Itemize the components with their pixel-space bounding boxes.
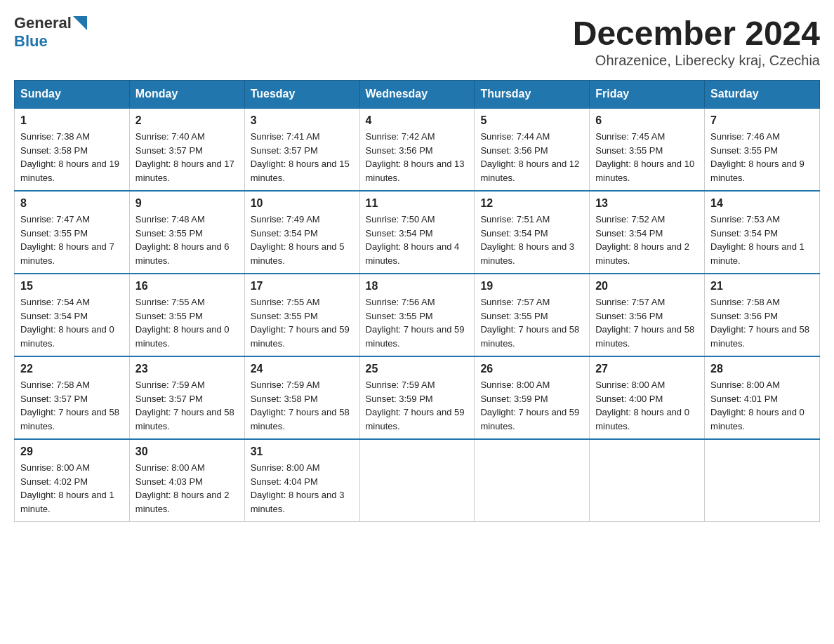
day-info: Sunrise: 7:57 AM Sunset: 3:56 PM Dayligh… [595, 297, 694, 349]
weekday-header-sunday: Sunday [15, 81, 130, 109]
day-number: 7 [710, 114, 814, 127]
weekday-header-wednesday: Wednesday [359, 81, 475, 109]
calendar-cell: 16 Sunrise: 7:55 AM Sunset: 3:55 PM Dayl… [129, 274, 244, 356]
calendar-cell: 7 Sunrise: 7:46 AM Sunset: 3:55 PM Dayli… [705, 108, 820, 191]
calendar-cell: 20 Sunrise: 7:57 AM Sunset: 3:56 PM Dayl… [590, 274, 705, 356]
calendar-week-5: 29 Sunrise: 8:00 AM Sunset: 4:02 PM Dayl… [15, 439, 820, 522]
day-info: Sunrise: 7:45 AM Sunset: 3:55 PM Dayligh… [595, 131, 694, 183]
calendar-cell [475, 439, 590, 522]
day-number: 21 [710, 280, 814, 293]
calendar-cell: 1 Sunrise: 7:38 AM Sunset: 3:58 PM Dayli… [15, 108, 130, 191]
weekday-header-row: SundayMondayTuesdayWednesdayThursdayFrid… [15, 81, 820, 109]
day-number: 3 [251, 114, 354, 127]
day-info: Sunrise: 7:55 AM Sunset: 3:55 PM Dayligh… [251, 297, 350, 349]
day-number: 5 [480, 114, 583, 127]
day-number: 26 [480, 363, 583, 375]
calendar-cell: 4 Sunrise: 7:42 AM Sunset: 3:56 PM Dayli… [359, 108, 475, 191]
day-number: 13 [595, 197, 699, 210]
day-info: Sunrise: 7:56 AM Sunset: 3:55 PM Dayligh… [366, 297, 465, 349]
calendar-cell: 22 Sunrise: 7:58 AM Sunset: 3:57 PM Dayl… [15, 356, 130, 439]
day-info: Sunrise: 7:47 AM Sunset: 3:55 PM Dayligh… [20, 214, 114, 266]
day-number: 31 [251, 445, 354, 458]
day-info: Sunrise: 7:48 AM Sunset: 3:55 PM Dayligh… [135, 214, 230, 266]
calendar-week-1: 1 Sunrise: 7:38 AM Sunset: 3:58 PM Dayli… [15, 108, 820, 191]
day-info: Sunrise: 7:51 AM Sunset: 3:54 PM Dayligh… [480, 214, 574, 266]
calendar-cell: 23 Sunrise: 7:59 AM Sunset: 3:57 PM Dayl… [129, 356, 244, 439]
day-number: 30 [135, 445, 239, 458]
day-info: Sunrise: 7:57 AM Sunset: 3:55 PM Dayligh… [480, 297, 579, 349]
calendar-cell: 25 Sunrise: 7:59 AM Sunset: 3:59 PM Dayl… [359, 356, 475, 439]
weekday-header-saturday: Saturday [705, 81, 820, 109]
weekday-header-monday: Monday [129, 81, 244, 109]
day-info: Sunrise: 7:50 AM Sunset: 3:54 PM Dayligh… [366, 214, 460, 266]
calendar-cell: 12 Sunrise: 7:51 AM Sunset: 3:54 PM Dayl… [475, 191, 590, 274]
calendar-cell: 15 Sunrise: 7:54 AM Sunset: 3:54 PM Dayl… [15, 274, 130, 356]
day-info: Sunrise: 7:44 AM Sunset: 3:56 PM Dayligh… [480, 131, 579, 183]
day-info: Sunrise: 7:40 AM Sunset: 3:57 PM Dayligh… [135, 131, 234, 183]
day-info: Sunrise: 7:49 AM Sunset: 3:54 PM Dayligh… [251, 214, 345, 266]
day-number: 12 [480, 197, 583, 210]
logo-general: General [14, 14, 72, 32]
day-number: 9 [135, 197, 239, 210]
weekday-header-thursday: Thursday [475, 81, 590, 109]
day-number: 23 [135, 363, 239, 375]
day-number: 29 [20, 445, 124, 458]
calendar-cell: 11 Sunrise: 7:50 AM Sunset: 3:54 PM Dayl… [359, 191, 475, 274]
calendar-cell [705, 439, 820, 522]
calendar-week-4: 22 Sunrise: 7:58 AM Sunset: 3:57 PM Dayl… [15, 356, 820, 439]
logo: General Blue [14, 14, 87, 51]
day-number: 11 [366, 197, 469, 210]
day-info: Sunrise: 8:00 AM Sunset: 4:02 PM Dayligh… [20, 462, 114, 514]
day-number: 20 [595, 280, 699, 293]
day-number: 22 [20, 363, 124, 375]
calendar-cell: 19 Sunrise: 7:57 AM Sunset: 3:55 PM Dayl… [475, 274, 590, 356]
weekday-header-tuesday: Tuesday [244, 81, 359, 109]
calendar-cell: 5 Sunrise: 7:44 AM Sunset: 3:56 PM Dayli… [475, 108, 590, 191]
day-info: Sunrise: 7:46 AM Sunset: 3:55 PM Dayligh… [710, 131, 805, 183]
calendar-cell: 8 Sunrise: 7:47 AM Sunset: 3:55 PM Dayli… [15, 191, 130, 274]
day-number: 1 [20, 114, 124, 127]
calendar-cell: 24 Sunrise: 7:59 AM Sunset: 3:58 PM Dayl… [244, 356, 359, 439]
day-number: 10 [251, 197, 354, 210]
day-info: Sunrise: 7:59 AM Sunset: 3:58 PM Dayligh… [251, 380, 350, 431]
calendar-cell: 18 Sunrise: 7:56 AM Sunset: 3:55 PM Dayl… [359, 274, 475, 356]
day-info: Sunrise: 7:59 AM Sunset: 3:57 PM Dayligh… [135, 380, 234, 431]
calendar-week-2: 8 Sunrise: 7:47 AM Sunset: 3:55 PM Dayli… [15, 191, 820, 274]
day-number: 28 [710, 363, 814, 375]
calendar-cell: 3 Sunrise: 7:41 AM Sunset: 3:57 PM Dayli… [244, 108, 359, 191]
day-number: 14 [710, 197, 814, 210]
calendar-cell: 29 Sunrise: 8:00 AM Sunset: 4:02 PM Dayl… [15, 439, 130, 522]
logo-blue: Blue [14, 32, 87, 51]
day-info: Sunrise: 7:41 AM Sunset: 3:57 PM Dayligh… [251, 131, 350, 183]
day-number: 4 [366, 114, 469, 127]
calendar-cell: 17 Sunrise: 7:55 AM Sunset: 3:55 PM Dayl… [244, 274, 359, 356]
day-number: 16 [135, 280, 239, 293]
day-info: Sunrise: 7:42 AM Sunset: 3:56 PM Dayligh… [366, 131, 465, 183]
calendar-cell [590, 439, 705, 522]
calendar-cell: 13 Sunrise: 7:52 AM Sunset: 3:54 PM Dayl… [590, 191, 705, 274]
calendar-cell: 21 Sunrise: 7:58 AM Sunset: 3:56 PM Dayl… [705, 274, 820, 356]
page-header: General Blue December 2024 Ohrazenice, L… [14, 14, 820, 69]
calendar-cell: 27 Sunrise: 8:00 AM Sunset: 4:00 PM Dayl… [590, 356, 705, 439]
day-number: 25 [366, 363, 469, 375]
calendar-cell: 31 Sunrise: 8:00 AM Sunset: 4:04 PM Dayl… [244, 439, 359, 522]
calendar-cell: 26 Sunrise: 8:00 AM Sunset: 3:59 PM Dayl… [475, 356, 590, 439]
day-number: 8 [20, 197, 124, 210]
day-info: Sunrise: 8:00 AM Sunset: 4:03 PM Dayligh… [135, 462, 230, 514]
day-info: Sunrise: 8:00 AM Sunset: 3:59 PM Dayligh… [480, 380, 579, 431]
weekday-header-friday: Friday [590, 81, 705, 109]
day-info: Sunrise: 8:00 AM Sunset: 4:01 PM Dayligh… [710, 380, 805, 431]
day-number: 17 [251, 280, 354, 293]
day-info: Sunrise: 7:55 AM Sunset: 3:55 PM Dayligh… [135, 297, 230, 349]
logo-icon [73, 16, 87, 30]
day-number: 19 [480, 280, 583, 293]
calendar-subtitle: Ohrazenice, Liberecky kraj, Czechia [573, 53, 820, 69]
calendar-table: SundayMondayTuesdayWednesdayThursdayFrid… [14, 80, 820, 522]
calendar-cell: 30 Sunrise: 8:00 AM Sunset: 4:03 PM Dayl… [129, 439, 244, 522]
day-info: Sunrise: 7:53 AM Sunset: 3:54 PM Dayligh… [710, 214, 805, 266]
calendar-cell: 9 Sunrise: 7:48 AM Sunset: 3:55 PM Dayli… [129, 191, 244, 274]
calendar-cell [359, 439, 475, 522]
day-info: Sunrise: 8:00 AM Sunset: 4:00 PM Dayligh… [595, 380, 689, 431]
calendar-cell: 2 Sunrise: 7:40 AM Sunset: 3:57 PM Dayli… [129, 108, 244, 191]
day-number: 15 [20, 280, 124, 293]
